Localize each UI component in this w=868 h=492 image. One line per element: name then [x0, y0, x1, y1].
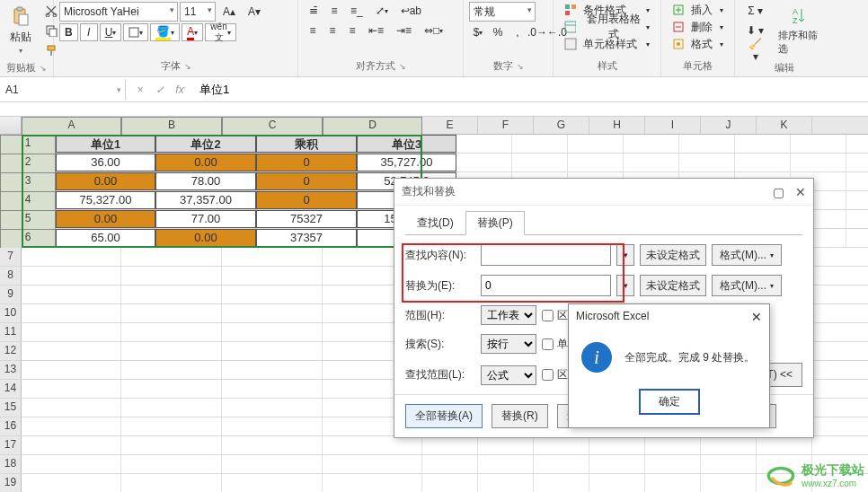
clear-button[interactable]: 🧹 ▾	[740, 41, 770, 59]
row-header-12[interactable]: 12	[0, 342, 22, 360]
cell-A15[interactable]	[22, 399, 121, 417]
row-header-17[interactable]: 17	[0, 436, 22, 454]
cell-C5[interactable]: 75327	[256, 210, 357, 228]
cell-C2[interactable]: 0	[256, 154, 357, 171]
formula-input[interactable]	[194, 79, 868, 100]
cell-A10[interactable]	[22, 304, 121, 322]
sort-filter-button[interactable]: AZ 排序和筛选	[774, 3, 828, 58]
find-history-dropdown[interactable]: ▾	[616, 244, 634, 266]
row-header-13[interactable]: 13	[0, 361, 22, 379]
table-format-button[interactable]: 套用表格格式▾	[559, 19, 655, 35]
cell-G2[interactable]	[568, 154, 624, 171]
cell-J18[interactable]	[701, 455, 757, 473]
align-center-button[interactable]: ≡	[323, 22, 341, 40]
cell-H18[interactable]	[589, 455, 645, 473]
delete-cells-button[interactable]: 删除▾	[667, 19, 729, 35]
increase-font-button[interactable]: A▴	[217, 3, 241, 21]
cell-A16[interactable]	[22, 417, 121, 435]
sum-button[interactable]: Σ ▾	[740, 2, 770, 20]
font-expand[interactable]: ↘	[184, 62, 191, 71]
cell-F2[interactable]	[512, 154, 568, 171]
col-header-B[interactable]: B	[121, 117, 222, 136]
increase-decimal-button[interactable]: .0→	[528, 23, 546, 41]
cell-B1[interactable]: 单位2	[155, 135, 256, 153]
align-bottom-button[interactable]: ≡_	[345, 2, 368, 20]
cell-A11[interactable]	[22, 323, 121, 341]
cell-B14[interactable]	[121, 380, 222, 398]
font-color-button[interactable]: A ▾	[182, 23, 203, 41]
cell-G1[interactable]	[568, 135, 624, 153]
row-header-14[interactable]: 14	[0, 380, 22, 398]
row-header-18[interactable]: 18	[0, 455, 22, 473]
cell-A19[interactable]	[22, 474, 121, 492]
row-header-4[interactable]: 4	[0, 191, 56, 211]
cell-A6[interactable]: 65.00	[56, 229, 155, 247]
accept-formula-icon[interactable]: ✓	[153, 83, 167, 96]
font-size-select[interactable]: 11	[180, 2, 216, 22]
align-left-button[interactable]: ≡	[304, 22, 322, 40]
col-header-A[interactable]: A	[22, 117, 121, 136]
cell-F1[interactable]	[512, 135, 568, 153]
cell-K1[interactable]	[791, 135, 846, 153]
cell-A12[interactable]	[22, 342, 121, 360]
col-header-D[interactable]: D	[323, 117, 422, 136]
indent-decrease-button[interactable]: ⇤≡	[363, 22, 389, 40]
cell-A18[interactable]	[22, 455, 121, 473]
cell-G17[interactable]	[534, 436, 589, 454]
cell-I19[interactable]	[645, 474, 701, 492]
dialog-close-icon[interactable]: ✕	[795, 185, 806, 199]
decrease-font-button[interactable]: A▾	[243, 3, 266, 21]
cell-H17[interactable]	[589, 436, 645, 454]
row-header-2[interactable]: 2	[0, 154, 56, 173]
cell-C1[interactable]: 乘积	[256, 135, 357, 153]
cell-A17[interactable]	[22, 436, 121, 454]
col-header-C[interactable]: C	[222, 117, 323, 136]
cell-F19[interactable]	[478, 474, 534, 492]
cell-J2[interactable]	[735, 154, 791, 171]
row-header-19[interactable]: 19	[0, 474, 22, 492]
cell-C18[interactable]	[222, 455, 323, 473]
cell-A14[interactable]	[22, 380, 121, 398]
cell-J19[interactable]	[701, 474, 757, 492]
cell-C8[interactable]	[222, 267, 323, 285]
cell-D17[interactable]	[323, 436, 422, 454]
cell-E19[interactable]	[422, 474, 478, 492]
align-right-button[interactable]: ≡	[343, 22, 361, 40]
col-header-G[interactable]: G	[534, 117, 589, 134]
currency-button[interactable]: $▾	[469, 23, 487, 41]
cell-I17[interactable]	[645, 436, 701, 454]
cell-C6[interactable]: 37357	[256, 229, 357, 247]
row-header-7[interactable]: 7	[0, 248, 22, 266]
cell-C15[interactable]	[222, 399, 323, 417]
replace-history-dropdown[interactable]: ▾	[616, 275, 634, 296]
format-cells-button[interactable]: 格式▾	[667, 36, 729, 52]
tab-replace[interactable]: 替换(P)	[465, 211, 525, 235]
cell-I2[interactable]	[679, 154, 735, 171]
merge-button[interactable]: ⇔□▾	[419, 22, 448, 40]
cell-C16[interactable]	[222, 417, 323, 435]
name-box[interactable]: A1	[0, 80, 126, 100]
cell-styles-button[interactable]: 单元格样式▾	[559, 36, 655, 52]
cell-A2[interactable]: 36.00	[56, 154, 155, 171]
col-header-K[interactable]: K	[757, 117, 812, 134]
replace-format-button[interactable]: 格式(M)...▾	[712, 275, 782, 296]
cell-B6[interactable]: 0.00	[155, 229, 256, 247]
match-cell-checkbox[interactable]: 单	[542, 337, 568, 352]
align-top-button[interactable]: ≡̄	[304, 2, 323, 20]
border-button[interactable]: ▾	[123, 23, 148, 41]
cell-C17[interactable]	[222, 436, 323, 454]
percent-button[interactable]: %	[489, 23, 507, 41]
cell-C7[interactable]	[222, 248, 323, 266]
cell-B17[interactable]	[121, 436, 222, 454]
cell-H19[interactable]	[589, 474, 645, 492]
match-width-checkbox[interactable]: 区	[542, 367, 568, 382]
cell-H1[interactable]	[624, 135, 679, 153]
fx-icon[interactable]: fx	[173, 83, 187, 96]
cancel-formula-icon[interactable]: ×	[133, 83, 147, 96]
cell-C10[interactable]	[222, 304, 323, 322]
col-header-I[interactable]: I	[645, 117, 701, 134]
comma-button[interactable]: ,	[509, 23, 527, 41]
cell-I1[interactable]	[679, 135, 735, 153]
match-case-checkbox[interactable]: 区	[542, 308, 568, 323]
cell-K17[interactable]	[757, 436, 812, 454]
